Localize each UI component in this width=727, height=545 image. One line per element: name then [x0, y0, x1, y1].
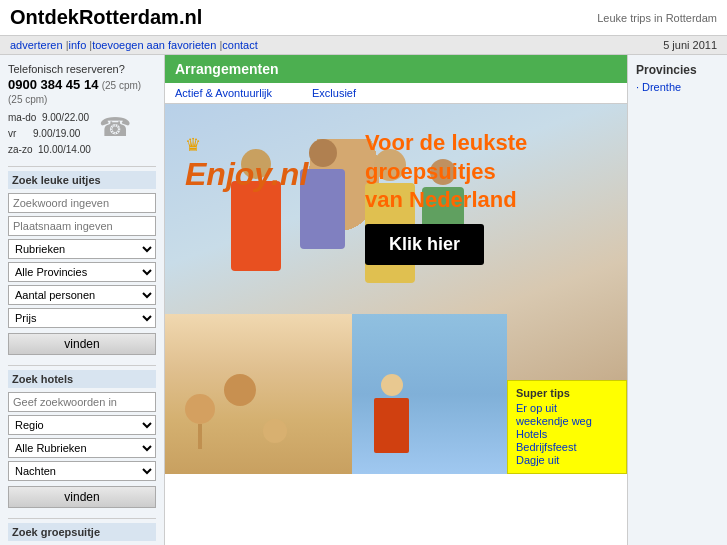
price-select[interactable]: Prijs — [8, 308, 156, 328]
regio-select[interactable]: Regio — [8, 415, 156, 435]
arr-link-actief[interactable]: Actief & Avontuurlijk — [175, 87, 272, 99]
search-uitjes-title: Zoek leuke uitjes — [8, 171, 156, 189]
supertip-item[interactable]: Dagje uit — [516, 454, 618, 466]
enjoy-text: Enjoy.nl — [185, 156, 308, 192]
search-groepsuitje-title: Zoek groepsuitje — [8, 523, 156, 541]
phone-hours: ma-do 9.00/22.00 vr 9.00/19.00 za-zo 10.… — [8, 110, 91, 158]
phone-icon: ☎ — [99, 112, 131, 143]
banner: ♛ Enjoy.nl Voor de leukste groepsuitjes … — [165, 104, 627, 474]
persons-select[interactable]: Aantal personen — [8, 285, 156, 305]
hotel-keyword-input[interactable] — [8, 392, 156, 412]
supertips-box: Super tips Er op uit weekendje weg Hotel… — [507, 380, 627, 474]
arr-links-bar: Actief & Avontuurlijk Exclusief — [165, 83, 627, 104]
supertip-item[interactable]: Hotels — [516, 428, 618, 440]
arrangementen-label: Arrangementen — [175, 61, 278, 77]
phone-box: Telefonisch reserveren? 0900 384 45 14 (… — [8, 63, 156, 158]
site-title: OntdekRotterdam.nl — [10, 6, 202, 29]
provinces-title: Provincies — [636, 63, 719, 77]
date-display: 5 juni 2011 — [663, 39, 717, 51]
phone-rate: (25 cpm) — [102, 80, 141, 91]
nav-contact[interactable]: contact — [222, 39, 257, 51]
provinces-select[interactable]: Alle Provincies — [8, 262, 156, 282]
search-groepsuitje-section: Zoek groepsuitje — [8, 523, 156, 545]
arrangementen-tab[interactable]: Arrangementen — [165, 55, 627, 83]
phone-rate-val: (25 cpm) — [8, 94, 47, 105]
nav-info[interactable]: info — [69, 39, 93, 51]
arr-link-exclusief[interactable]: Exclusief — [312, 87, 356, 99]
hotels-find-button[interactable]: vinden — [8, 486, 156, 508]
search-uitjes-section: Zoek leuke uitjes Rubrieken Alle Provinc… — [8, 171, 156, 355]
place-input[interactable] — [8, 216, 156, 236]
tagline: Leuke trips in Rotterdam — [597, 12, 717, 24]
nav-links: adverteren info toevoegen aan favorieten… — [10, 39, 258, 51]
img-collage — [165, 314, 507, 474]
nachten-select[interactable]: Nachten — [8, 461, 156, 481]
supertips-list: Er op uit weekendje weg Hotels Bedrijfsf… — [516, 402, 618, 466]
search-hotels-title: Zoek hotels — [8, 370, 156, 388]
uitjes-find-button[interactable]: vinden — [8, 333, 156, 355]
enjoy-crown: ♛ — [185, 134, 308, 156]
keyword-input[interactable] — [8, 193, 156, 213]
supertip-item[interactable]: Bedrijfsfeest — [516, 441, 618, 453]
nav-favorieten[interactable]: toevoegen aan favorieten — [92, 39, 222, 51]
province-item[interactable]: Drenthe — [636, 81, 719, 93]
banner-slogan: Voor de leukste groepsuitjes van Nederla… — [365, 129, 527, 215]
enjoy-logo: ♛ Enjoy.nl — [185, 134, 308, 193]
phone-title: Telefonisch reserveren? — [8, 63, 156, 75]
provinces-list: Drenthe — [636, 81, 719, 93]
right-sidebar: Provincies Drenthe — [627, 55, 727, 545]
search-hotels-section: Zoek hotels Regio Alle Rubrieken Nachten… — [8, 370, 156, 508]
banner-cta-button[interactable]: Klik hier — [365, 224, 484, 265]
supertip-item[interactable]: weekendje weg — [516, 415, 618, 427]
nav-adverteren[interactable]: adverteren — [10, 39, 69, 51]
phone-number: 0900 384 45 14 — [8, 77, 98, 92]
hotel-rubrieken-select[interactable]: Alle Rubrieken — [8, 438, 156, 458]
supertip-item[interactable]: Er op uit — [516, 402, 618, 414]
rubrieken-select[interactable]: Rubrieken — [8, 239, 156, 259]
supertips-title: Super tips — [516, 387, 618, 399]
